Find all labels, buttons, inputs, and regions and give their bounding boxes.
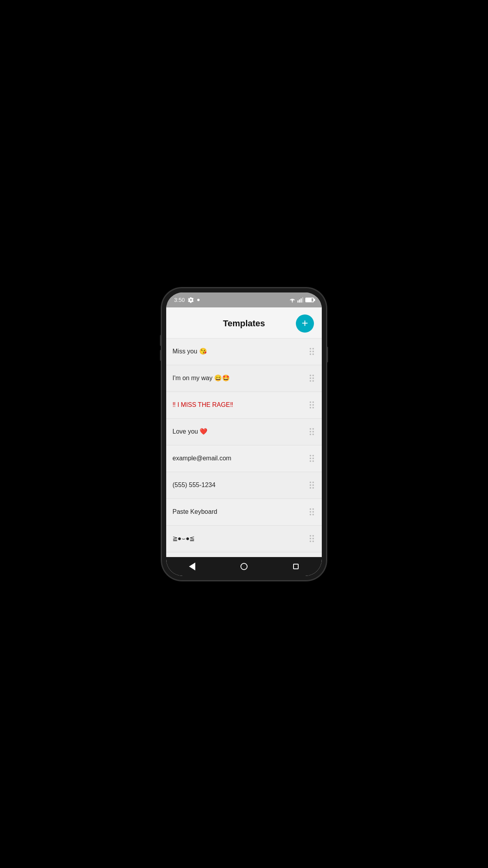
status-right [289,297,314,303]
home-button[interactable] [234,559,254,574]
vol-down-button [160,350,161,361]
notification-dot [197,299,200,301]
vol-up-button [160,335,161,346]
list-item[interactable]: Paste Keyboard [166,499,322,526]
time-display: 3:50 [174,297,185,303]
list-item[interactable]: Love you ❤️ [166,419,322,445]
drag-handle-icon[interactable] [308,400,316,410]
status-left: 3:50 [174,297,200,303]
template-text: Miss you 😘 [172,348,308,356]
svg-rect-0 [297,300,299,302]
home-icon [240,563,248,570]
svg-rect-2 [301,298,302,303]
list-item[interactable]: I'm on my way 😄🤩 [166,365,322,392]
battery-icon [305,298,314,302]
drag-handle-icon[interactable] [308,346,316,357]
list-item[interactable]: Miss you 😘 [166,338,322,365]
template-text: (555) 555-1234 [172,481,308,489]
back-button[interactable] [182,559,202,574]
back-icon [189,563,195,570]
volume-buttons [160,335,161,361]
wifi-icon [289,297,296,303]
template-text: Paste Keyboard [172,508,308,516]
svg-rect-1 [299,299,300,302]
template-text: Love you ❤️ [172,428,308,436]
drag-handle-icon[interactable] [308,533,316,544]
list-item[interactable]: ≧●⌣●≦ [166,526,322,552]
list-item[interactable]: ‼️ I MISS THE RAGE‼️ [166,392,322,419]
drag-handle-icon[interactable] [308,453,316,463]
list-item[interactable]: example@email.com [166,445,322,472]
recents-icon [293,564,299,569]
list-item[interactable]: 👹👺 SAY YOU ARE MY BAKA 👺👹 [166,552,322,557]
drag-handle-icon[interactable] [308,373,316,383]
template-text: ‼️ I MISS THE RAGE‼️ [172,401,308,409]
settings-icon [188,297,194,303]
status-bar: 3:50 [166,292,322,307]
add-template-button[interactable]: + [296,314,314,333]
page-title: Templates [192,318,296,329]
drag-handle-icon[interactable] [308,427,316,437]
add-icon: + [302,318,308,329]
template-text: example@email.com [172,454,308,463]
battery-fill [306,298,312,302]
signal-icon [297,297,304,303]
svg-rect-3 [302,297,303,302]
list-item[interactable]: (555) 555-1234 [166,472,322,499]
template-list: Miss you 😘I'm on my way 😄🤩‼️ I MISS THE … [166,338,322,557]
template-text: I'm on my way 😄🤩 [172,374,308,383]
bottom-nav [166,557,322,576]
app-header: Templates + [166,307,322,338]
power-button [327,347,328,362]
phone-frame: 3:50 [161,288,327,581]
recents-button[interactable] [286,559,306,574]
drag-handle-icon[interactable] [308,480,316,490]
template-text: ≧●⌣●≦ [172,535,308,543]
drag-handle-icon[interactable] [308,507,316,517]
app-content: Templates + Miss you 😘I'm on my way 😄🤩‼️… [166,307,322,557]
phone-screen: 3:50 [166,292,322,576]
